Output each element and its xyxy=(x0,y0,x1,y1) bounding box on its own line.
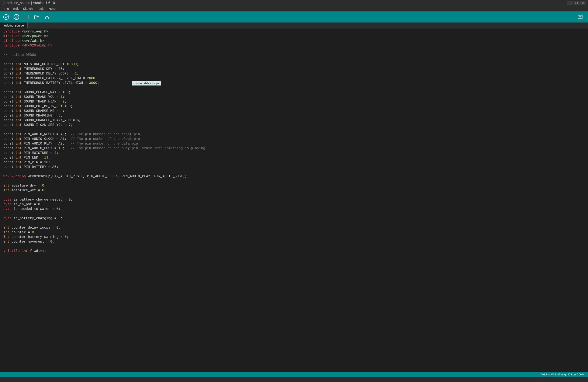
svg-point-0 xyxy=(4,14,9,20)
save-button[interactable] xyxy=(42,13,51,21)
new-button[interactable] xyxy=(22,13,31,21)
tab-arduino-source[interactable]: arduino_source xyxy=(0,22,28,28)
serial-monitor-button[interactable] xyxy=(576,13,585,21)
window-title: arduino_source | Arduino 1.6.10 xyxy=(7,1,565,5)
svg-rect-8 xyxy=(45,17,48,19)
verify-button[interactable] xyxy=(2,13,11,21)
menu-tools[interactable]: Tools xyxy=(35,6,46,11)
menu-help[interactable]: Help xyxy=(46,6,57,11)
menu-file[interactable]: File xyxy=(2,6,11,11)
autocomplete-popup[interactable]: counter_delay_loops xyxy=(132,81,161,85)
bottom-bar xyxy=(0,377,588,382)
upload-button[interactable] xyxy=(12,13,21,21)
svg-rect-7 xyxy=(46,15,48,17)
restore-button[interactable]: ❐ xyxy=(574,1,580,5)
app-icon: ⬡ xyxy=(2,1,5,5)
toolbar-right xyxy=(576,13,586,21)
toolbar xyxy=(0,11,588,22)
title-bar: ⬡ arduino_source | Arduino 1.6.10 ─ ❐ ✕ xyxy=(0,0,588,6)
status-text: Arduino Mini, ATmega328 on COM4 xyxy=(541,373,585,376)
editor[interactable]: #include <avr/sleep.h> #include <avr/pow… xyxy=(0,28,588,372)
close-button[interactable]: ✕ xyxy=(580,1,586,5)
open-button[interactable] xyxy=(32,13,41,21)
menu-edit[interactable]: Edit xyxy=(11,6,21,11)
menu-sketch[interactable]: Sketch xyxy=(21,6,35,11)
svg-rect-9 xyxy=(578,15,582,19)
code-content: #include <avr/sleep.h> #include <avr/pow… xyxy=(0,29,588,253)
window-controls: ─ ❐ ✕ xyxy=(567,1,586,5)
status-bar: Arduino Mini, ATmega328 on COM4 xyxy=(0,372,588,377)
svg-point-1 xyxy=(14,14,19,20)
menu-bar: File Edit Sketch Tools Help xyxy=(0,6,588,11)
tab-bar: arduino_source xyxy=(0,22,588,28)
minimize-button[interactable]: ─ xyxy=(567,1,573,5)
